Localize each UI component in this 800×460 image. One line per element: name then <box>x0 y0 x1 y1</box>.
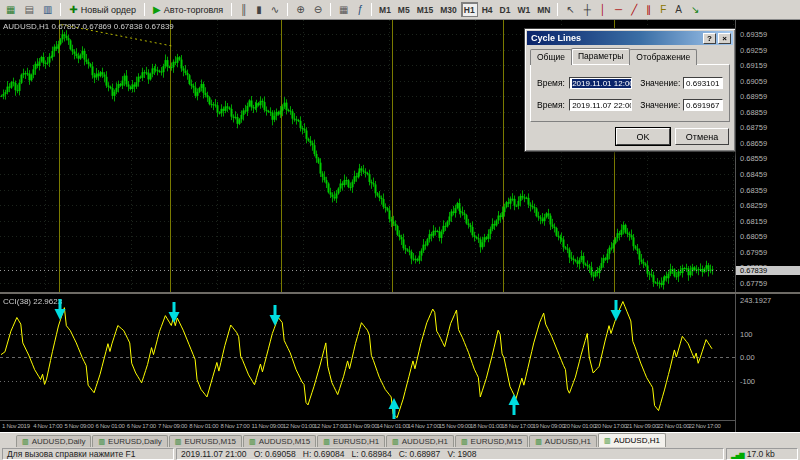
autotrading-button[interactable]: ▶Авто-торговля <box>149 2 227 18</box>
dialog-tab[interactable]: Параметры <box>571 48 630 64</box>
chart-tab-icon: ▥ <box>461 438 468 445</box>
chart-tab[interactable]: ▥AUDUSD,H1 <box>598 433 666 447</box>
indicator-axis-label: 243.1927 <box>740 296 771 305</box>
navigator-button[interactable]: ▥ <box>39 2 56 18</box>
connection-icon: ▂▄▆ <box>731 451 744 458</box>
time-axis[interactable]: 1 Nov 20194 Nov 17:005 Nov 09:006 Nov 01… <box>0 420 735 432</box>
chart-indicator-separator[interactable] <box>0 292 800 294</box>
chart-tab-icon: ▥ <box>535 438 542 445</box>
channel-button[interactable]: ∥ <box>642 2 655 18</box>
timeframe-button-M1[interactable]: M1 <box>376 2 394 17</box>
dialog-titlebar[interactable]: Cycle Lines ? × <box>527 31 733 45</box>
dialog-close-button[interactable]: × <box>718 33 731 44</box>
timeframe-button-M30[interactable]: M30 <box>437 2 460 17</box>
horizontal-line-button[interactable]: ─ <box>611 2 626 18</box>
down-arrow-annotation <box>268 304 282 332</box>
chart-tab-label: AUDUSD,H1 <box>545 437 591 446</box>
price-axis-label: 0.69359 <box>740 30 767 39</box>
timeframe-button-MN[interactable]: MN <box>534 2 553 17</box>
traffic-label: 17.0 kb <box>747 449 775 459</box>
chart-tab[interactable]: ▥AUDUSD,H1 <box>529 435 597 447</box>
text-button[interactable]: A <box>671 2 686 18</box>
down-arrow-annotation <box>167 301 181 329</box>
zoom-in-button[interactable]: ⊕ <box>292 2 308 18</box>
time-axis-label: 1 Nov 2019 <box>2 423 30 429</box>
crosshair-icon: ┼ <box>584 5 591 15</box>
current-price-tag: 0.67839 <box>736 266 800 275</box>
indicators-button[interactable]: ƒ <box>353 2 367 18</box>
value-input-1[interactable]: 0.693101 <box>683 77 723 89</box>
chart-tab-label: EURUSD,Daily <box>108 437 162 446</box>
trendline-button[interactable]: ╱ <box>627 2 641 18</box>
toolbar-separator <box>557 3 558 16</box>
vertical-line-button[interactable]: │ <box>596 2 610 18</box>
zoom-out-button[interactable]: ⊖ <box>310 2 326 18</box>
time-axis-label: 22 Nov 01:00 <box>657 423 689 429</box>
chart-tab[interactable]: ▥EURUSD,M15 <box>169 435 242 447</box>
chart-tab[interactable]: ▥EURUSD,Daily <box>92 435 167 447</box>
arrow-tool-button[interactable]: ↘ <box>687 2 703 18</box>
price-axis-label: 0.68059 <box>740 232 767 241</box>
time-axis-label: 20 Nov 01:00 <box>564 423 596 429</box>
price-axis-label: 0.69059 <box>740 77 767 86</box>
price-axis-label: 0.67959 <box>740 248 767 257</box>
chart-tab-label: AUDUSD,M15 <box>259 437 311 446</box>
anchor-row-1: Время: 2019.11.01 12:00 Значение: 0.6931… <box>537 77 723 89</box>
dialog-tabstrip: ОбщиеПараметрыОтображение <box>527 45 733 65</box>
time-input-2[interactable]: 2019.11.07 22:00 <box>569 99 632 111</box>
chart-tab-icon: ▥ <box>175 438 182 445</box>
price-axis-label: 0.68259 <box>740 201 767 210</box>
bar-chart-button[interactable]: ║ <box>236 2 251 18</box>
fibonacci-icon: F <box>660 5 666 15</box>
timeframe-button-H1[interactable]: H1 <box>461 2 478 17</box>
time-label-2: Время: <box>537 100 569 110</box>
cancel-button[interactable]: Отмена <box>675 128 729 145</box>
ok-button[interactable]: OK <box>616 128 670 145</box>
chart-tab[interactable]: ▥EURUSD,H1 <box>317 435 385 447</box>
time-input-1[interactable]: 2019.11.01 12:00 <box>569 77 632 89</box>
indicator-axis-label: 0.00 <box>740 353 755 362</box>
navigator-icon: ▥ <box>43 5 52 15</box>
cursor-button[interactable]: ↖ <box>562 2 578 18</box>
timeframe-button-H4[interactable]: H4 <box>479 2 496 17</box>
time-axis-label: 5 Nov 09:00 <box>64 423 93 429</box>
time-axis-label: 18 Nov 01:00 <box>470 423 502 429</box>
chart-tab[interactable]: ▥EURUSD,M15 <box>455 435 528 447</box>
timeframe-button-M5[interactable]: M5 <box>395 2 413 17</box>
toolbar-separator <box>330 3 331 16</box>
timeframe-button-W1[interactable]: W1 <box>514 2 533 17</box>
time-axis-label: 22 Nov 17:00 <box>688 423 720 429</box>
chart-tab[interactable]: ▥AUDUSD,H1 <box>386 435 454 447</box>
chart-tabs-bar: ▥AUDUSD,Daily▥EURUSD,Daily▥EURUSD,M15▥AU… <box>0 432 800 447</box>
line-chart-button[interactable]: ∿ <box>267 2 283 18</box>
horizontal-line-icon: ─ <box>615 5 622 15</box>
cci-indicator-canvas[interactable] <box>0 294 735 420</box>
new-order-button[interactable]: ✚Новый ордер <box>65 2 140 18</box>
timeframe-button-D1[interactable]: D1 <box>497 2 514 17</box>
candlestick-chart-button[interactable]: ▮ <box>252 2 266 18</box>
dialog-tab[interactable]: Общие <box>530 49 572 65</box>
value-label-1: Значение: <box>640 78 683 88</box>
line-chart-icon: ∿ <box>271 5 279 15</box>
price-axis[interactable]: 0.693590.692590.691590.690590.689590.688… <box>735 20 800 432</box>
timeframe-button-M15[interactable]: M15 <box>414 2 437 17</box>
value-label-2: Значение: <box>640 100 683 110</box>
dialog-help-button[interactable]: ? <box>703 33 716 44</box>
status-bar: Для вызова справки нажмите F1 2019.11.07… <box>0 447 800 460</box>
fibonacci-button[interactable]: F <box>656 2 670 18</box>
profiles-button[interactable]: ▤ <box>20 2 37 18</box>
vertical-line-icon: │ <box>600 5 606 15</box>
crosshair-button[interactable]: ┼ <box>580 2 595 18</box>
chart-tab[interactable]: ▥AUDUSD,M15 <box>243 435 316 447</box>
candlestick-chart-icon: ▮ <box>256 5 262 15</box>
time-axis-label: 12 Nov 01:00 <box>283 423 315 429</box>
new-chart-button[interactable]: ▦ <box>2 2 19 18</box>
time-axis-label: 7 Nov 09:00 <box>158 423 187 429</box>
value-input-2[interactable]: 0.691967 <box>683 99 723 111</box>
chart-tab[interactable]: ▥AUDUSD,Daily <box>16 435 91 447</box>
time-axis-label: 13 Nov 09:00 <box>345 423 377 429</box>
chart-tab-icon: ▥ <box>604 437 611 444</box>
price-axis-label: 0.68159 <box>740 217 767 226</box>
dialog-tab[interactable]: Отображение <box>629 49 697 65</box>
tile-windows-button[interactable]: ▦ <box>335 2 352 18</box>
